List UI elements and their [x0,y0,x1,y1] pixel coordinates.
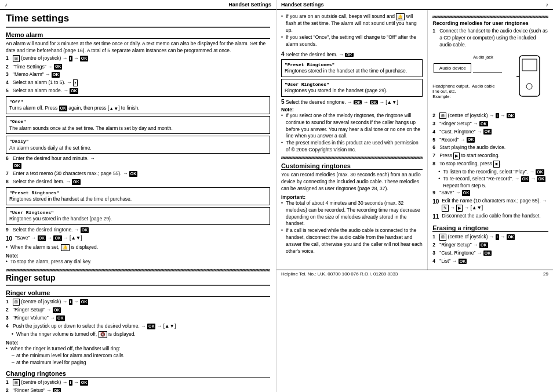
joystick-icon: ⊞ [13,379,20,386]
ringer-divider [6,269,270,271]
preset-title-left: "Preset Ringtones" [9,190,267,196]
ok-badge: OK [56,315,65,321]
ok-badge: OK [72,179,81,185]
off-mode-title: "Off" [9,99,267,105]
list-item: 4 "Cust. Ringtone" → OK [432,129,548,136]
note-title: Note: [6,253,19,259]
ok-badge: OK [53,235,62,241]
memo-alarm-body: An alarm will sound for 3 minutes at the… [6,41,270,55]
list-item: 1 Connect the handset to the audio devic… [432,28,548,49]
list-item: The total of about 4 minutes and 30 seco… [281,200,423,228]
ringer-volume-steps: 1 ⊞ (centre of joystick) → i → OK 2 "Rin… [6,299,270,330]
ok-badge: OK [54,64,63,70]
right-right-col: Recording melodies for user ringtones 1 … [427,10,553,270]
ok-badge: OK [53,388,61,392]
press-label: Press [439,153,452,158]
ok-badge: OK [467,137,475,143]
ok-badge: OK [80,299,89,305]
list-item: 9 "Save" → OK [432,190,548,197]
ok-badge: OK [345,53,354,57]
left-header-icon: ♪ [5,2,8,8]
step5-num: 5 [281,99,285,105]
ok-badge: OK [38,235,46,241]
note-ringtone-bullets: If you select one of the melody ringtone… [281,112,423,154]
ringer-setup-section: Ringer setup [6,269,270,286]
list-item: The preset melodies in this product are … [281,140,423,154]
important-title: Important: [281,194,305,200]
list-item: 3 "Ringer Setup" → OK [432,121,548,128]
ringer-volume-title: Ringer volume [6,289,270,297]
note-title-3: Note: [281,107,294,112]
list-item: 2 ⊞ (centre of joystick) → i → OK [432,112,548,119]
list-item: To re-record, select "Re-record". → OK →… [438,176,548,190]
audio-diagram: Audio device Audio jack [432,52,548,110]
user-ringtones-box-right: "User Ringtones" Ringtones you stored in… [281,79,423,97]
list-item: 1 ⊞ (centre of joystick) → i → OK [6,55,270,62]
list-item: 6 Start playing the audio device. [432,144,548,151]
ok-badge: OK [354,100,362,104]
right-header-icon: ♪ [546,2,549,8]
ringer-note-bullets: When the ringer is turned off, the hands… [6,346,270,353]
list-item: 5 "Record" → OK [432,137,548,144]
list-item: 2 "Time Settings" → OK [6,64,270,71]
list-item: If you are on an outside call, beeps wil… [281,13,423,34]
joystick-icon: ⊞ [439,234,446,241]
recording-step1: 1 Connect the handset to the audio devic… [432,28,548,49]
list-item: 10 Edit the name (10 characters max.; pa… [432,198,548,212]
list-item: To stop the alarm, press any dial key. [6,259,270,266]
right-content-wrapper: If you are on an outside call, beeps wil… [276,10,553,270]
list-item: 6 Enter the desired hour and minute. →OK [6,155,270,169]
list-item: 3 "Memo Alarm" → OK [6,71,270,78]
preset-ringtones-box-left: "Preset Ringtones" Ringtones stored in t… [6,187,270,205]
important-bullets: The total of about 4 minutes and 30 seco… [281,200,423,255]
ok-badge: OK [59,106,68,111]
svg-rect-1 [522,59,537,71]
ok-badge: OK [459,259,467,264]
phone-diagram [516,55,543,102]
list-item: 2 "Ringer Setup" → OK [6,307,270,314]
changing-ringtones-title: Changing ringtones [6,370,270,378]
list-item: 8 Select the desired item. → OK [6,179,270,186]
note-alarm: Note: To stop the alarm, press any dial … [6,253,270,266]
top-bullets: If you are on an outside call, beeps wil… [281,13,423,48]
preset-ringtones-box-right: "Preset Ringtones" Ringtones stored in t… [281,59,423,77]
list-item: When the ringer volume is turned off, 🔇 … [12,331,270,338]
steps-6-8: 6 Enter the desired hour and minute. →OK… [6,155,270,186]
user-body-left: Ringtones you stored in the handset (pag… [9,216,267,223]
ok-badge: OK [479,242,488,248]
step5-container: 5 Select the desired ringtone. → OK → OK… [281,99,423,105]
list-item: 9 Select the desired ringtone. → OK [6,227,270,234]
phone-svg [516,55,543,101]
list-item: 7 Press ▶ to start recording. [432,153,548,159]
list-item: To listen to the recording, select "Play… [438,169,548,176]
left-page: ♪ Handset Settings Time settings Memo al… [0,0,276,392]
list-item: 7 Enter a text memo (30 characters max.;… [6,170,270,177]
list-item: 3 "Cust. Ringtone" → OK [432,250,548,257]
customising-divider [281,157,423,159]
bracket-icon: ▲▼ [109,106,118,112]
off-mode-body: Turns alarm off. Press OK again, then pr… [9,105,267,112]
connector-line [473,72,502,72]
list-item: If a call is received while the audio ca… [281,227,423,255]
display-icon: ▪ [73,79,78,86]
right-page-header: Handset Settings ♪ [276,0,553,10]
rec-icon: ▶ [453,153,460,159]
list-item: at the maximum level for paging [12,360,270,366]
left-page-header: ♪ Handset Settings [0,0,276,10]
preset-body-left: Ringtones stored in the handset at the t… [9,196,267,203]
customising-body: You can record melodies (max. 30 seconds… [281,172,423,193]
ok-badge: OK [80,380,89,386]
list-item: If you select "Once", the setting will c… [281,34,423,48]
ok-badge: OK [483,129,492,135]
audio-device-box: Audio device [434,63,471,73]
audio-device-label: Audio device [437,66,468,71]
list-item: 1 ⊞ (centre of joystick) → i → OK [432,234,548,241]
right-page-num: 29 [543,271,548,277]
list-item: 1 ⊞ (centre of joystick) → i → OK [6,379,270,386]
ok-badge: OK [80,56,89,61]
list-item: 8 To stop recording, press ■. [432,161,548,168]
ok-badge: OK [507,113,515,119]
steps-9-10: 9 Select the desired ringtone. → OK 10 "… [6,227,270,243]
recording-title: Recording melodies for user ringtones [432,20,548,26]
ringer-note-dash-bullets: at the minimum level for alarm and inter… [6,353,270,366]
